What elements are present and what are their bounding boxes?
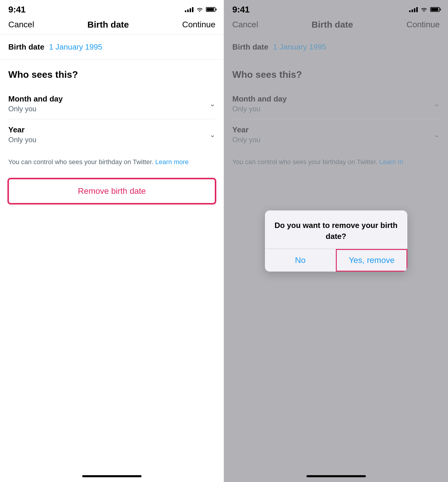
birth-date-row-left: Birth date 1 January 1995	[0, 35, 224, 60]
right-phone-panel: 9:41 Cancel Birth date Continue	[224, 0, 448, 482]
year-row-left[interactable]: Year Only you ⌄	[8, 119, 215, 150]
status-icons-left	[185, 7, 215, 12]
chevron-month-day-left: ⌄	[209, 100, 215, 108]
birth-date-value-left: 1 January 1995	[49, 42, 102, 52]
learn-more-link-left[interactable]: Learn more	[155, 158, 189, 166]
month-day-info-left: Month and day Only you	[8, 94, 63, 113]
status-bar-left: 9:41	[0, 0, 224, 17]
signal-icon-left	[185, 7, 193, 12]
battery-icon-left	[206, 7, 215, 12]
continue-button-left[interactable]: Continue	[182, 20, 215, 29]
year-name-left: Year	[8, 125, 36, 134]
month-day-row-left[interactable]: Month and day Only you ⌄	[8, 88, 215, 119]
dialog-actions: No Yes, remove	[265, 249, 407, 272]
section-title-left: Who sees this?	[8, 69, 215, 80]
remove-button-container-left: Remove birth date	[0, 167, 224, 215]
year-sub-left: Only you	[8, 136, 36, 144]
home-indicator-left	[82, 475, 142, 477]
dialog-content: Do you want to remove your birth date?	[265, 210, 407, 249]
month-day-sub-left: Only you	[8, 105, 63, 113]
info-text-left: You can control who sees your birthday o…	[0, 150, 224, 167]
wifi-icon-left	[196, 7, 203, 12]
time-left: 9:41	[8, 4, 26, 15]
dialog-no-button[interactable]: No	[265, 249, 336, 272]
cancel-button-left[interactable]: Cancel	[8, 20, 34, 29]
left-phone-panel: 9:41 Cancel Birth date Continue	[0, 0, 224, 482]
month-day-name-left: Month and day	[8, 94, 63, 104]
dialog-overlay: Do you want to remove your birth date? N…	[224, 0, 448, 482]
chevron-year-left: ⌄	[209, 131, 215, 139]
dialog-title: Do you want to remove your birth date?	[274, 221, 398, 240]
remove-birth-date-button-left[interactable]: Remove birth date	[8, 179, 215, 204]
birth-date-label-left: Birth date	[8, 42, 44, 52]
nav-bar-left: Cancel Birth date Continue	[0, 17, 224, 35]
who-sees-section-left: Who sees this? Month and day Only you ⌄ …	[0, 60, 224, 150]
year-info-left: Year Only you	[8, 125, 36, 144]
dialog-yes-remove-button[interactable]: Yes, remove	[336, 249, 407, 272]
nav-title-left: Birth date	[88, 20, 129, 30]
confirm-dialog: Do you want to remove your birth date? N…	[265, 210, 407, 272]
